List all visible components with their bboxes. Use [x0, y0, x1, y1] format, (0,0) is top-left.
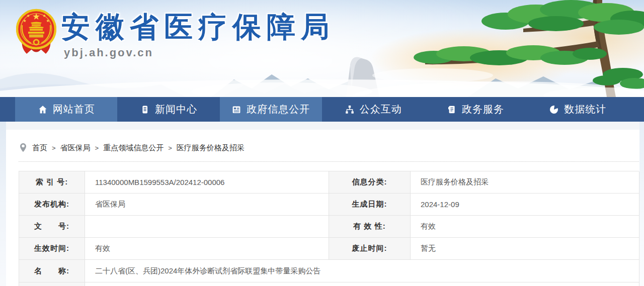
site-header: ★ ★ ★ ★ ★ 安徽省医疗保障局 ybj.ah.gov.cn: [0, 0, 644, 97]
field-label-index-number: 索 引 号:: [19, 171, 85, 194]
pie-chart-icon: [549, 105, 559, 115]
site-url: ybj.ah.gov.cn: [64, 46, 153, 59]
nav-item-label: 网站首页: [53, 103, 95, 116]
national-emblem-logo[interactable]: ★ ★ ★ ★ ★: [16, 6, 56, 58]
field-value-clipped: [85, 282, 639, 286]
field-label-clipped: [19, 282, 85, 286]
left-gutter: [0, 122, 6, 286]
breadcrumb-separator: >: [52, 144, 56, 152]
nav-item-home[interactable]: 网站首页: [15, 97, 117, 122]
nav-item-label: 政府信息公开: [247, 103, 310, 116]
nav-item-label: 新闻中心: [155, 103, 197, 116]
field-value-document-number: [85, 216, 329, 238]
field-label-info-category: 信息分类:: [329, 171, 411, 194]
svg-text:★: ★: [32, 12, 40, 22]
location-pin-icon: [19, 143, 28, 153]
header-content-divider: [0, 122, 644, 130]
info-table: 索 引 号: 11340000MB1599553A/202412-00006 信…: [19, 171, 639, 286]
field-value-repeal-date: 暂无: [411, 238, 639, 260]
svg-text:★: ★: [23, 19, 26, 23]
svg-text:★: ★: [46, 19, 49, 23]
field-label-effective-date: 生效时间:: [19, 238, 85, 260]
field-value-issuing-agency: 省医保局: [85, 194, 329, 216]
page: ★ ★ ★ ★ ★ 安徽省医疗保障局 ybj.ah.gov.cn 网站首页: [0, 0, 644, 286]
field-value-info-category: 医疗服务价格及招采: [411, 171, 639, 194]
site-title: 安徽省医疗保障局: [61, 8, 335, 47]
nav-item-gov-services[interactable]: 政务服务: [424, 97, 526, 122]
nav-item-statistics[interactable]: 数据统计: [527, 97, 629, 122]
svg-text:★: ★: [26, 14, 30, 18]
nav-item-label: 数据统计: [564, 103, 606, 116]
svg-text:★: ★: [42, 14, 46, 18]
nav-item-public-interaction[interactable]: 公众互动: [322, 97, 424, 122]
notebook-icon: [447, 105, 457, 115]
field-value-validity: 有效: [411, 216, 639, 238]
field-label-title: 名 称:: [19, 260, 85, 282]
sitemap-icon: [345, 105, 355, 115]
field-value-date-created: 2024-12-09: [411, 194, 639, 216]
field-value-title: 二十八省(区、兵团)2024年体外诊断试剂省际联盟集中带量采购公告: [85, 260, 639, 282]
breadcrumb-separator: >: [95, 144, 99, 152]
field-label-document-number: 文 号:: [19, 216, 85, 238]
content-card: 首页 > 省医保局 > 重点领域信息公开 > 医疗服务价格及招采 索 引 号: …: [6, 130, 639, 286]
field-value-effective-date: 有效: [85, 238, 329, 260]
breadcrumb-link-bureau[interactable]: 省医保局: [60, 143, 91, 153]
right-gutter: [639, 122, 644, 286]
field-label-issuing-agency: 发布机构:: [19, 194, 85, 216]
dotted-divider: [19, 161, 639, 162]
breadcrumb: 首页 > 省医保局 > 重点领域信息公开 > 医疗服务价格及招采: [19, 143, 245, 153]
breadcrumb-link-key-info[interactable]: 重点领域信息公开: [103, 143, 164, 153]
home-icon: [38, 105, 48, 115]
info-disclosure-icon: [231, 105, 242, 115]
field-label-validity: 有 效 性:: [329, 216, 411, 238]
nav-item-label: 政务服务: [462, 103, 504, 116]
breadcrumb-separator: >: [168, 144, 172, 152]
news-icon: [140, 105, 150, 115]
nav-item-label: 公众互动: [360, 103, 402, 116]
nav-item-news[interactable]: 新闻中心: [117, 97, 219, 122]
breadcrumb-link-home[interactable]: 首页: [32, 143, 47, 153]
main-nav: 网站首页 新闻中心 政府信息公开: [0, 97, 644, 122]
field-value-index-number: 11340000MB1599553A/202412-00006: [85, 171, 329, 194]
breadcrumb-link-current[interactable]: 医疗服务价格及招采: [177, 143, 245, 153]
nav-item-info-disclosure[interactable]: 政府信息公开: [220, 97, 322, 122]
field-label-date-created: 生成日期:: [329, 194, 411, 216]
field-label-repeal-date: 废止时间:: [329, 238, 411, 260]
